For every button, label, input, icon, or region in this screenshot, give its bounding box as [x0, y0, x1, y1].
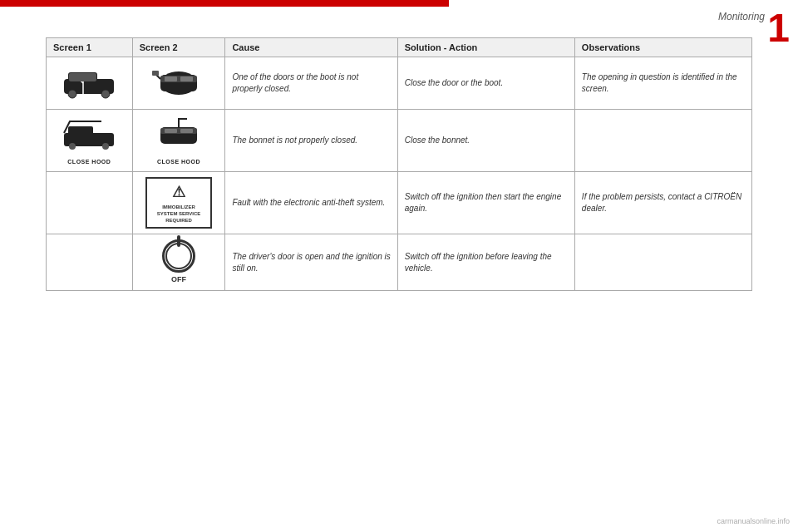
close-hood-screen1-svg	[60, 115, 118, 156]
off-circle-icon	[162, 239, 195, 273]
row4-cause: The driver's door is open and the igniti…	[225, 234, 397, 291]
off-icon-container: OFF	[140, 239, 219, 285]
table-row: One of the doors or the boot is not prop…	[47, 57, 752, 110]
table-row: OFF The driver's door is open and the ig…	[47, 234, 752, 291]
row2-observations	[574, 110, 751, 172]
row3-cause: Fault with the electronic anti-theft sys…	[225, 171, 397, 234]
chapter-number: 1	[767, 8, 790, 48]
col-screen1: Screen 1	[47, 38, 133, 57]
row2-screen1: CLOSE HOOD	[47, 110, 133, 172]
col-screen2: Screen 2	[132, 38, 225, 57]
row4-screen1	[47, 234, 133, 291]
table-row: CLOSE HOOD CLOSE	[47, 110, 752, 172]
row1-observations: The opening in question is identified in…	[574, 57, 751, 110]
row2-screen2: CLOSE HOOD	[132, 110, 225, 172]
header-area: Monitoring	[449, 0, 798, 25]
col-cause: Cause	[225, 38, 397, 57]
close-hood-screen2-icon: CLOSE HOOD	[140, 115, 219, 166]
svg-point-15	[102, 143, 109, 150]
row3-screen1	[47, 171, 133, 234]
monitoring-table: Screen 1 Screen 2 Cause Solution - Actio…	[46, 37, 752, 291]
immobilizer-box: ⚠ IMMOBILIZER SYSTEM SERVICE REQUIRED	[145, 177, 212, 229]
immobilizer-icon: ⚠	[172, 182, 185, 203]
svg-rect-19	[180, 129, 193, 133]
svg-rect-10	[165, 76, 177, 81]
svg-rect-18	[165, 129, 177, 133]
col-observations: Observations	[574, 38, 751, 57]
row3-solution: Switch off the ignition then start the e…	[397, 171, 574, 234]
row1-cause: One of the doors or the boot is not prop…	[225, 57, 397, 110]
close-hood-screen1-icon: CLOSE HOOD	[53, 115, 126, 166]
svg-point-14	[69, 143, 76, 150]
row2-solution: Close the bonnet.	[397, 110, 574, 172]
close-hood-label1: CLOSE HOOD	[67, 158, 111, 166]
svg-rect-9	[152, 71, 159, 76]
svg-rect-11	[180, 76, 193, 81]
car-top-svg	[150, 62, 208, 104]
main-table-container: Screen 1 Screen 2 Cause Solution - Actio…	[46, 37, 752, 366]
row4-screen2: OFF	[132, 234, 225, 291]
svg-rect-5	[69, 73, 96, 81]
off-label: OFF	[171, 274, 186, 285]
row2-cause: The bonnet is not properly closed.	[225, 110, 397, 172]
watermark: carmanualsonline.info	[717, 517, 790, 525]
car-door-open-icon	[53, 62, 126, 104]
row1-screen2	[132, 57, 225, 110]
col-solution: Solution - Action	[397, 38, 574, 57]
svg-rect-13	[68, 126, 93, 135]
car-door-svg	[60, 62, 118, 104]
close-hood-screen2-svg	[150, 115, 208, 156]
row3-screen2: ⚠ IMMOBILIZER SYSTEM SERVICE REQUIRED	[132, 171, 225, 234]
svg-point-4	[101, 90, 110, 98]
row3-observations: If the problem persists, contact a CITRO…	[574, 171, 751, 234]
close-hood-label2: CLOSE HOOD	[157, 158, 200, 166]
row4-observations	[574, 234, 751, 291]
off-circle-inner	[165, 243, 192, 269]
svg-point-3	[68, 90, 76, 98]
row1-solution: Close the door or the boot.	[397, 57, 574, 110]
immobilizer-text: IMMOBILIZER SYSTEM SERVICE REQUIRED	[152, 204, 205, 224]
row4-solution: Switch off the ignition before leaving t…	[397, 234, 574, 291]
row1-screen1	[47, 57, 133, 110]
car-top-view-icon	[140, 62, 219, 104]
table-row: ⚠ IMMOBILIZER SYSTEM SERVICE REQUIRED Fa…	[47, 171, 752, 234]
top-red-bar	[0, 0, 449, 7]
page-title: Monitoring	[718, 11, 765, 22]
